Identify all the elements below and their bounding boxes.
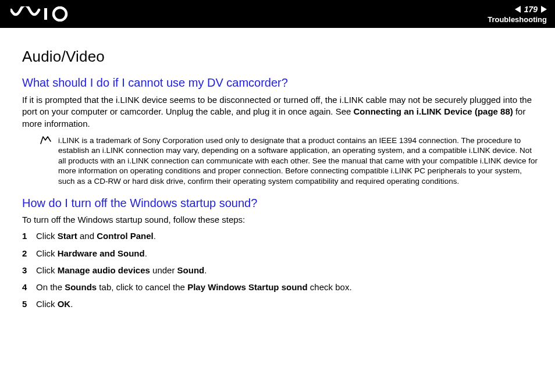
svg-rect-0 xyxy=(44,8,47,20)
page-navigator: 179 xyxy=(515,5,547,14)
steps-list: Click Start and Control Panel. Click Har… xyxy=(22,230,539,310)
question-heading-2: How do I turn off the Windows startup so… xyxy=(22,197,539,210)
ui-term: Hardware and Sound xyxy=(58,248,145,258)
answer-paragraph-1: If it is prompted that the i.LINK device… xyxy=(22,94,539,130)
prev-page-arrow-icon[interactable] xyxy=(515,6,521,13)
text: check box. xyxy=(308,282,352,292)
svg-point-1 xyxy=(54,8,66,20)
document-page: 179 Troubleshooting Audio/Video What sho… xyxy=(0,0,555,392)
ui-term: Play Windows Startup sound xyxy=(187,282,308,292)
page-number: 179 xyxy=(524,5,538,14)
ui-term: Start xyxy=(58,231,77,241)
header-nav: 179 Troubleshooting xyxy=(488,5,547,24)
ui-term: Manage audio devices xyxy=(58,265,150,275)
ui-term: Control Panel xyxy=(97,231,154,241)
page-content: Audio/Video What should I do if I cannot… xyxy=(0,28,555,392)
text: Click xyxy=(36,265,58,275)
text: . xyxy=(204,265,207,275)
text: . xyxy=(145,248,147,258)
text: Click xyxy=(36,231,58,241)
text: Click xyxy=(36,248,58,258)
ui-term: OK xyxy=(58,299,71,309)
text: and xyxy=(77,231,97,241)
note-text: i.LINK is a trademark of Sony Corporatio… xyxy=(58,136,539,187)
list-item: Click Start and Control Panel. xyxy=(22,230,539,242)
note-icon xyxy=(40,136,52,187)
vaio-logo-icon xyxy=(10,6,74,22)
steps-intro: To turn off the Windows startup sound, f… xyxy=(22,215,539,224)
question-heading-1: What should I do if I cannot use my DV c… xyxy=(22,76,539,90)
ui-term: Sound xyxy=(177,265,205,275)
note-block: i.LINK is a trademark of Sony Corporatio… xyxy=(40,136,539,187)
text: under xyxy=(150,265,177,275)
text: tab, click to cancel the xyxy=(97,282,187,292)
list-item: Click OK. xyxy=(22,298,539,310)
text: . xyxy=(154,231,156,241)
text: On the xyxy=(36,282,65,292)
list-item: Click Manage audio devices under Sound. xyxy=(22,265,539,276)
text: Click xyxy=(36,299,58,309)
section-label: Troubleshooting xyxy=(488,15,547,24)
next-page-arrow-icon[interactable] xyxy=(541,6,547,13)
list-item: Click Hardware and Sound. xyxy=(22,248,539,259)
list-item: On the Sounds tab, click to cancel the P… xyxy=(22,281,539,293)
vaio-logo xyxy=(10,6,74,22)
ui-term: Sounds xyxy=(65,282,97,292)
text: . xyxy=(70,299,73,309)
page-title: Audio/Video xyxy=(22,48,539,66)
header-bar: 179 Troubleshooting xyxy=(0,0,555,28)
link-reference[interactable]: Connecting an i.LINK Device (page 88) xyxy=(354,106,513,116)
